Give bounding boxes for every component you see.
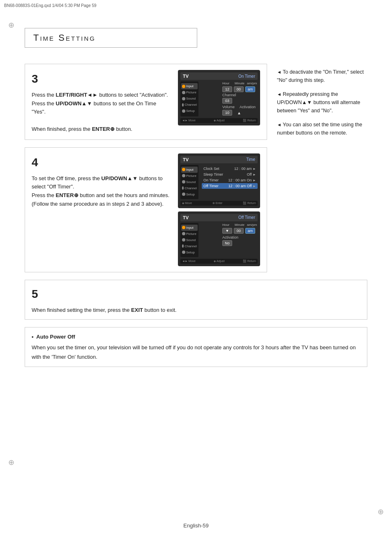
menu-sleep-timer: Sleep TimerOff ►: [202, 172, 258, 177]
cell-minute: 00: [234, 86, 244, 92]
step4-tv-off-bottom: ◄► Move ◈ Adjust ⬛ Return: [180, 259, 258, 264]
step4-content: To set the Off time, press the UP/DOWN▲▼…: [32, 174, 171, 209]
sidebar-sound-t: Sound: [181, 179, 198, 185]
step4-tv-time-header: TV Time: [180, 156, 258, 163]
bottom-return-t: ⬛ Return: [243, 202, 256, 205]
sidebar-picture: Picture: [181, 89, 198, 95]
step4-tv-off-header: TV Off Timer: [180, 214, 258, 221]
corner-mark-tl: ⊕: [8, 21, 14, 30]
note-updown: Repeatedly pressing the UP/DOWN▲▼ button…: [277, 90, 367, 115]
bottom-return: ⬛ Return: [243, 119, 256, 122]
step4-text: 4 To set the Off time, press the UP/DOWN…: [32, 153, 171, 209]
step3-time-row: 12 00 am: [222, 86, 258, 92]
step3-tv-body: Input Picture Sound Channel: [180, 81, 258, 116]
step4-tv-time-bottom: ◈ Move ⊕ Enter ⬛ Return: [180, 201, 258, 206]
vol-act-row: 10 ▲: [222, 110, 258, 116]
auto-power-off-title: • Auto Power Off: [32, 332, 360, 341]
step4-tv-time-label: TV: [183, 157, 189, 162]
step4-box: 4 To set the Off time, press the UP/DOWN…: [25, 147, 267, 272]
menu-off-timer: Off Timer12 : 00 am Off ►: [202, 183, 258, 189]
channel-row: 03: [222, 98, 258, 104]
step3-number: 3: [32, 70, 171, 88]
step5-number: 5: [32, 285, 360, 304]
sidebar-channel-t: Channel: [181, 185, 198, 191]
off-bottom-move: ◄► Move: [182, 260, 196, 263]
step3-content: Press the LEFT/RIGHT◄► buttons to select…: [32, 91, 171, 134]
sidebar-channel-o: Channel: [181, 243, 198, 249]
auto-power-off-text: When you set the timer on, your televisi…: [32, 343, 360, 361]
off-cell-minute: 00: [234, 228, 244, 234]
sidebar-channel: Channel: [181, 102, 198, 108]
vol-act-label: Volume Activation: [222, 105, 258, 109]
steps-and-notes: 3 Press the LEFT/RIGHT◄► buttons to sele…: [25, 64, 367, 280]
page-title: Time Setting: [33, 33, 189, 43]
menu-clock-set: Clock Set12 : 00 am ►: [202, 166, 258, 172]
step3-col-headers: Hour Minute am/pm: [222, 81, 258, 85]
step4-tv-time-title: Time: [246, 157, 255, 162]
main-content: 3 Press the LEFT/RIGHT◄► buttons to sele…: [25, 64, 367, 374]
step4-tv-off-main: Hour Minute am/pm ▼ 00 am Activation: [222, 223, 258, 257]
step3-tv-header: TV On Timer: [180, 72, 258, 80]
channel-label: Channel: [222, 93, 258, 97]
cell-channel: 03: [222, 98, 232, 104]
corner-mark-br: ⊕: [378, 507, 384, 516]
bottom-enter-t: ⊕ Enter: [212, 202, 223, 205]
off-bottom-adjust: ◈ Adjust: [214, 260, 224, 263]
title-box: Time Setting: [25, 28, 197, 48]
step3-tv-menu-title: On Timer: [238, 74, 255, 79]
off-col-ampm: am/pm: [247, 223, 258, 227]
off-bottom-return: ⬛ Return: [243, 260, 256, 263]
sidebar-setup-t: Setup: [181, 191, 198, 197]
meta-line: BN68-00883S-01Eng.qxd 1/4/04 5:30 PM Pag…: [4, 3, 97, 8]
off-cell-activation: No: [222, 240, 232, 246]
step3-tv-sidebar: Input Picture Sound Channel: [180, 81, 198, 116]
step4-tv-off-body: Input Picture Sound Channel: [180, 223, 258, 257]
menu-on-timer: On Timer12 : 00 am On ►: [202, 177, 258, 183]
bottom-move-t: ◈ Move: [182, 202, 192, 205]
step3-box: 3 Press the LEFT/RIGHT◄► buttons to sele…: [25, 64, 267, 140]
step4-sidebar-off: Input Picture Sound Channel: [180, 223, 198, 257]
step3-tv-bottom: ◄► Move ◈ Adjust ⬛ Return: [180, 118, 258, 123]
sidebar-setup-o: Setup: [181, 249, 198, 255]
sidebar-sound-o: Sound: [181, 237, 198, 243]
right-notes: To deactivate the "On Timer," select "No…: [277, 64, 367, 280]
step4-tv-time: TV Time Input Picture: [178, 153, 260, 208]
note-deactivate: To deactivate the "On Timer," select "No…: [277, 68, 367, 84]
step4-tv-off-label: TV: [183, 215, 189, 220]
sidebar-picture-o: Picture: [181, 231, 198, 237]
step3-tv-label: TV: [183, 74, 189, 79]
bottom-move: ◄► Move: [182, 119, 196, 122]
off-activation-row: No: [222, 240, 258, 246]
step5-box: 5 When finished setting the timer, press…: [25, 280, 367, 320]
step4-number: 4: [32, 153, 171, 172]
off-activation-label: Activation: [222, 235, 258, 239]
cell-hour: 12: [222, 86, 232, 92]
sidebar-input: Input: [181, 83, 198, 89]
page-number: English-59: [183, 522, 208, 529]
corner-mark-bl: ⊕: [8, 458, 14, 467]
sidebar-picture-t: Picture: [181, 173, 198, 179]
sidebar-sound: Sound: [181, 95, 198, 102]
off-col-hour: Hour: [222, 223, 233, 227]
note-box: • Auto Power Off When you set the timer …: [25, 327, 367, 367]
note-number-buttons: You can also set the time using the numb…: [277, 121, 367, 137]
step4-sidebar-time: Input Picture Sound Channel: [180, 165, 198, 199]
step3-text: 3 Press the LEFT/RIGHT◄► buttons to sele…: [32, 70, 171, 134]
step4-tv-time-menu: Clock Set12 : 00 am ► Sleep TimerOff ► O…: [202, 165, 258, 199]
col-minute: Minute: [235, 81, 245, 85]
sidebar-input-t: Input: [181, 167, 198, 173]
sidebar-setup: Setup: [181, 108, 198, 114]
step4-tv-time-body: Input Picture Sound Channel: [180, 165, 258, 199]
off-col-headers: Hour Minute am/pm: [222, 223, 258, 227]
step4-tv-screens: TV Time Input Picture: [178, 153, 260, 266]
step3-tv-screen: TV On Timer Input Picture Soun: [178, 70, 260, 125]
col-hour: Hour: [222, 81, 233, 85]
steps-column: 3 Press the LEFT/RIGHT◄► buttons to sele…: [25, 64, 267, 280]
step4-tv-off-title: Off Timer: [238, 215, 255, 220]
off-col-minute: Minute: [235, 223, 245, 227]
col-ampm: am/pm: [247, 81, 258, 85]
step5-text: When finished setting the timer, press t…: [32, 307, 177, 313]
step3-tv-main: Hour Minute am/pm 12 00 am Channel: [222, 81, 258, 116]
activation-arrow: ▲: [237, 111, 241, 115]
cell-ampm: am: [245, 86, 255, 92]
